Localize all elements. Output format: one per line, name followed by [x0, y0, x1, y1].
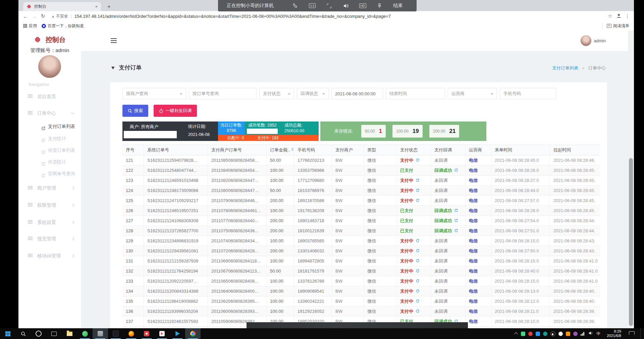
table-row[interactable]: 129 S16231121234896831919 20110740608082…: [122, 236, 600, 246]
reading-list-button[interactable]: 阅读清单: [602, 23, 629, 29]
sidebar-item-mobile-ck-mgmt[interactable]: 移动ck管理: [18, 251, 81, 261]
taskbar-app-remote[interactable]: [93, 328, 108, 339]
cell-pay-status[interactable]: 已支付: [397, 165, 431, 175]
sidebar-item-system-settings[interactable]: 系统设置: [18, 217, 81, 227]
breadcrumb-parent[interactable]: 订单中心: [588, 65, 606, 70]
file-explorer-button[interactable]: [62, 328, 77, 339]
cell-pay-status[interactable]: 支付中: [397, 266, 431, 276]
cell-callback[interactable]: 未回调: [431, 176, 466, 185]
tray-icon-7[interactable]: [566, 332, 570, 336]
cell-callback[interactable]: 回调成功: [431, 165, 466, 175]
taskbar-app-media[interactable]: [170, 328, 185, 339]
tray-icon-4[interactable]: [543, 332, 547, 336]
baidu-bookmark[interactable]: 百度一下，你就知道: [42, 23, 84, 29]
phone-input[interactable]: 手机号码: [500, 88, 556, 99]
ime-indicator[interactable]: 中: [596, 331, 600, 337]
fullscreen-icon[interactable]: [325, 2, 333, 9]
table-row[interactable]: 130 S16231121229439561081 20110720608082…: [122, 246, 600, 256]
cell-callback[interactable]: 未回调: [431, 266, 466, 276]
sidebar-item-pay-stats[interactable]: 支付统计: [18, 134, 81, 143]
reload-button[interactable]: ↻: [39, 13, 47, 19]
callback-status-select[interactable]: 回调状态: [297, 88, 329, 99]
tray-expand-icon[interactable]: [514, 332, 518, 336]
hd-quality-icon[interactable]: HD: [359, 2, 366, 9]
user-avatar[interactable]: [38, 55, 61, 78]
sidebar-item-dashboard[interactable]: 后台首页: [18, 91, 81, 101]
cell-pay-status[interactable]: 支付中: [397, 236, 431, 246]
scrollbar-thumb[interactable]: [629, 158, 633, 326]
tray-icon-3[interactable]: [536, 332, 540, 336]
end-control-button[interactable]: 结束: [393, 3, 402, 9]
sidebar-item-permission-mgmt[interactable]: 权限管理: [18, 200, 81, 210]
sidebar-item-supply-stats[interactable]: 供货统计: [18, 157, 81, 167]
volume-icon-remote[interactable]: [342, 2, 350, 9]
taskbar-app-chrome[interactable]: [185, 328, 201, 339]
table-row[interactable]: 121 S162311212594079828... 2011085060808…: [122, 155, 600, 165]
page-scrollbar[interactable]: [628, 31, 634, 328]
taskbar-app-firefox[interactable]: [123, 328, 139, 339]
browser-tab[interactable]: 控制台 ×: [23, 2, 101, 11]
end-time-input[interactable]: 结束时间: [386, 88, 445, 99]
table-row[interactable]: 127 S16231121241068308308 20110770608082…: [122, 216, 600, 226]
operator-select[interactable]: 运营商: [448, 88, 497, 99]
pay-status-select[interactable]: 支付状态: [259, 88, 294, 99]
table-row[interactable]: 135 S16231121196419008862 20110620608082…: [122, 296, 600, 306]
volume-icon[interactable]: [588, 331, 593, 337]
cell-pay-status[interactable]: 支付中: [397, 155, 431, 165]
address-bar[interactable]: ▲ 不安全 | 154.197.48.141/admin/order/listO…: [51, 13, 606, 19]
sidebar-item-slow-recharge-mgmt[interactable]: 慢充管理: [18, 234, 81, 244]
table-row[interactable]: 134 S16231121200843314388 20110640608082…: [122, 286, 600, 296]
cell-callback[interactable]: 未回调: [431, 196, 466, 205]
tray-icon-8[interactable]: [573, 332, 578, 336]
sidebar-item-pay-order-list[interactable]: 支付订单列表: [18, 122, 81, 131]
bookmark-star-icon[interactable]: ☆: [606, 13, 614, 19]
cell-callback[interactable]: 回调成功: [431, 216, 466, 226]
cell-callback[interactable]: 未回调: [431, 186, 466, 195]
taskbar-search-button[interactable]: [15, 328, 31, 339]
cell-callback[interactable]: 未回调: [431, 256, 466, 266]
tray-icon-1[interactable]: [521, 332, 525, 336]
tray-icon-2[interactable]: [528, 332, 533, 336]
cell-pay-status[interactable]: 支付中: [397, 186, 431, 195]
breadcrumb-current[interactable]: 支付订单列表: [552, 65, 578, 70]
cell-callback[interactable]: 回调成功: [431, 226, 466, 236]
cell-pay-status[interactable]: 支付中: [397, 246, 431, 256]
merchant-select[interactable]: 按商户查询: [122, 88, 186, 99]
sidebar-item-merchant-mgmt[interactable]: 商户管理: [18, 183, 81, 193]
merchant-stat-input[interactable]: [124, 131, 177, 138]
table-row[interactable]: 125 S16231121247109293217 20110790608082…: [122, 196, 600, 206]
cortana-button[interactable]: [31, 328, 46, 339]
table-row[interactable]: 128 S16231121237265827700 20110750608082…: [122, 226, 600, 236]
cell-callback[interactable]: 回调成功: [431, 206, 466, 215]
tray-icon-penguin[interactable]: [550, 331, 555, 336]
cell-pay-status[interactable]: 已支付: [397, 216, 431, 226]
table-row[interactable]: 136 S16231121193996035204 20110600608082…: [122, 306, 600, 317]
start-button[interactable]: [0, 328, 15, 339]
cell-callback[interactable]: 未回调: [431, 155, 466, 165]
network-icon[interactable]: [581, 332, 585, 336]
order-no-input[interactable]: 按订单号查询: [189, 88, 257, 99]
table-row[interactable]: 124 S16231121248173509066 20110800608082…: [122, 186, 600, 196]
success-count-input[interactable]: [247, 129, 278, 134]
cell-pay-status[interactable]: 已支付: [397, 226, 431, 236]
taskbar-app-monitor[interactable]: [108, 328, 123, 339]
cell-pay-status[interactable]: 支付中: [397, 256, 431, 266]
sidebar-item-order-center[interactable]: 订单中心: [18, 108, 81, 118]
taskbar-app-red[interactable]: [139, 328, 154, 339]
cell-callback[interactable]: 未回调: [431, 276, 466, 286]
taskbar-clock[interactable]: 8:29 2021/6/8: [607, 329, 621, 338]
table-row[interactable]: 133 S162311212092220597... 2011065060808…: [122, 276, 600, 286]
table-row[interactable]: 123 S16231121248591010498 20110820608082…: [122, 176, 600, 186]
col-header-amount[interactable]: 订单金额..: [267, 145, 294, 155]
forward-button[interactable]: →: [30, 13, 39, 19]
action-center-icon[interactable]: [629, 331, 635, 336]
table-row[interactable]: 132 S16231121211764258194 20110670608082…: [122, 266, 600, 276]
sidebar-item-supply-order-list[interactable]: 供货订单列表: [18, 146, 81, 155]
task-view-button[interactable]: [46, 328, 62, 339]
table-row[interactable]: 126 S16231121246519507251 20110780608082…: [122, 206, 600, 216]
resend-callback-button[interactable]: 一键补发回调: [154, 105, 197, 117]
hamburger-menu-icon[interactable]: [111, 40, 117, 41]
sort-icon[interactable]: [291, 148, 294, 151]
cell-pay-status[interactable]: 支付中: [397, 276, 431, 286]
cell-callback[interactable]: 未回调: [431, 306, 466, 316]
